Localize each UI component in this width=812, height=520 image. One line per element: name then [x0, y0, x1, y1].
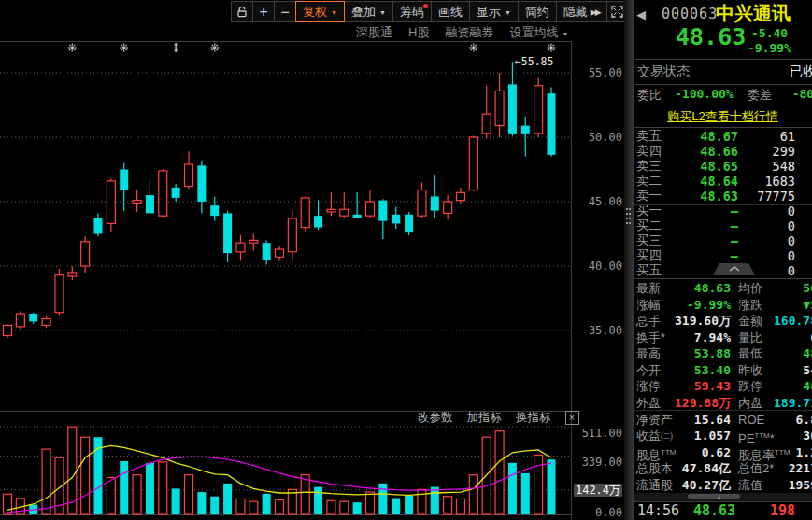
add-indicator-link[interactable]: 加指标 [467, 410, 503, 426]
margin-trading-button[interactable]: 融资融券 [445, 25, 493, 40]
order-book-row[interactable]: 卖一48.6377775 [634, 189, 812, 204]
fuquan-button[interactable]: 复权▼ [295, 1, 345, 22]
lock-button[interactable] [231, 1, 253, 22]
order-book-volume: 61 [738, 129, 795, 144]
chips-button[interactable]: 筹码 [392, 1, 432, 22]
volume-bar-up [469, 475, 477, 514]
margin-trading-label: 融资融券 [445, 24, 493, 41]
order-book-level-label: 买三 [636, 233, 662, 248]
candle-body-up [495, 91, 504, 125]
price-axis-label: 50.00 [574, 131, 622, 144]
sun-ray [121, 49, 123, 51]
display-button[interactable]: 显示▼ [469, 1, 519, 22]
volume-bar-up [249, 501, 258, 514]
volume-bar-up [418, 489, 426, 514]
buy-l2-link[interactable]: 购买L2查看十档行情 [634, 108, 812, 125]
volume-bar-down [392, 499, 400, 514]
back-arrow-icon[interactable]: ◀ [636, 7, 646, 21]
order-book-row[interactable]: 买一—0 [634, 204, 812, 218]
zoom-in-button[interactable]: + [252, 1, 275, 22]
candle-body-down [521, 126, 530, 134]
sun-ray [548, 45, 550, 47]
order-book-row[interactable]: 卖三48.65548 [634, 159, 812, 174]
volume-current-badge: 142.4万 [574, 484, 622, 497]
zoom-out-button[interactable]: − [274, 1, 296, 22]
panel-scrollbar[interactable]: ▲ [634, 493, 812, 501]
sun-ray [553, 49, 555, 51]
stats-row: 最高53.88最低48 [634, 345, 812, 361]
candle-body-up [107, 181, 115, 224]
order-book-price[interactable]: 48.67 [671, 129, 738, 144]
h-share-button[interactable]: H股 [408, 25, 429, 40]
stat-value: 160.78 [774, 313, 812, 329]
candle-body-down [29, 314, 37, 321]
stat-label: 总手 [636, 313, 661, 329]
collapse-orderbook-button[interactable] [713, 263, 755, 275]
updown-top [174, 43, 178, 46]
event-marker-sun-icon [548, 44, 556, 52]
order-book-row[interactable]: 卖五48.6761 [634, 129, 812, 144]
volume-bar-up [4, 494, 12, 514]
candle-body-up [159, 171, 167, 216]
volume-axis-label: 511.00 [574, 427, 622, 440]
order-book-row[interactable]: 买四—0 [634, 248, 812, 263]
order-book-price[interactable]: — [671, 233, 738, 248]
price-axis-label: 40.00 [574, 260, 622, 273]
sun-ray [125, 49, 127, 51]
stats-row: 涨幅-9.99%涨跌▼5 [634, 297, 812, 313]
trading-status-row: 交易状态 已收 [637, 63, 812, 80]
stat-label: 涨跌 [738, 297, 762, 313]
volume-bar-down [521, 473, 530, 514]
candle-body-up [444, 202, 452, 213]
candle-body-up [236, 243, 245, 252]
simple-button[interactable]: 简约 [518, 1, 557, 22]
order-book-volume: 299 [738, 144, 795, 159]
sun-core [213, 46, 216, 49]
order-book-price[interactable]: 48.63 [671, 189, 738, 204]
stat-value: 50 [803, 280, 812, 296]
weibi-label: 委比 [637, 88, 662, 102]
order-book-row[interactable]: 卖二48.641683 [634, 174, 812, 189]
order-book-price[interactable]: — [671, 218, 738, 233]
volume-bar-down [210, 497, 219, 514]
volume-bar-up [340, 501, 349, 514]
order-book-price[interactable]: 48.65 [671, 159, 738, 174]
volume-bar-down [314, 487, 322, 514]
order-book-price[interactable]: 48.64 [671, 174, 738, 189]
order-book-price[interactable]: — [671, 248, 738, 263]
volume-bar-down [197, 492, 206, 514]
order-book-row[interactable]: 买三—0 [634, 233, 812, 248]
switch-indicator-link[interactable]: 换指标 [516, 410, 551, 426]
panel-splitter[interactable] [624, 0, 634, 520]
draw-line-button[interactable]: 画线 [431, 1, 470, 22]
scrollbar-thumb[interactable] [688, 494, 740, 499]
ma-settings-button[interactable]: 设置均线▼ [509, 25, 568, 40]
candle-body-up [16, 314, 24, 327]
order-book-price[interactable]: 48.66 [671, 144, 738, 159]
price-axis-label: 55.00 [574, 66, 622, 79]
candle-body-up [81, 242, 90, 266]
volume-bar-up [107, 477, 115, 514]
stat-label: 外盘 [636, 395, 661, 411]
order-book-level-label: 买五 [636, 263, 662, 278]
order-book-row[interactable]: 卖四48.66299 [634, 144, 812, 159]
volume-bar-up [534, 456, 543, 514]
orderbook-mid-divider [634, 204, 812, 205]
order-book-row[interactable]: 买二—0 [634, 218, 812, 233]
change-params-link[interactable]: 改参数 [418, 410, 453, 426]
volume-bar-up [444, 497, 452, 514]
candle-body-down [378, 201, 387, 221]
szhk-connect-button[interactable]: 深股通 [356, 25, 392, 40]
divider [634, 59, 812, 60]
overlay-label: 叠加 [351, 4, 376, 21]
stats-row: 收益㈡1.057PETTM*30 [634, 428, 812, 443]
overlay-button[interactable]: 叠加▼ [344, 1, 393, 22]
divider [634, 410, 812, 411]
order-book-level-label: 卖五 [636, 129, 662, 144]
volume-bar-down [353, 502, 362, 514]
close-indicator-button[interactable]: × [565, 411, 579, 425]
hide-button[interactable]: 隐藏▶▶ [556, 1, 607, 22]
candle-body-up [133, 201, 141, 204]
stat-value: 189.71 [774, 395, 812, 411]
order-book-price[interactable]: — [671, 204, 738, 218]
